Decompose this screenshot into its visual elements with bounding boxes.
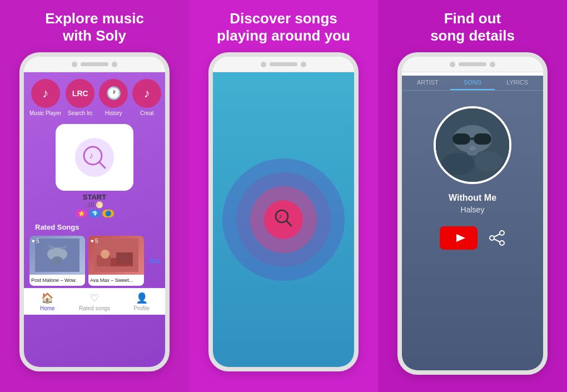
history-label: History	[105, 110, 122, 116]
phone-2: ♪	[208, 52, 359, 371]
search-magnifier-icon: ♪	[75, 138, 114, 177]
nav-home-label: Home	[40, 305, 55, 311]
screen2: ♪	[213, 72, 354, 367]
panel3-title: Find out song details	[430, 10, 515, 44]
svg-rect-20	[470, 137, 475, 140]
tab-lyrics[interactable]: LYRICS	[495, 76, 540, 90]
tab-artist[interactable]: ARTIST	[405, 76, 450, 90]
svg-text:♪: ♪	[278, 212, 282, 220]
panel2-title: Discover songs playing around you	[217, 10, 350, 44]
heart-icon: ♡	[90, 292, 99, 304]
svg-point-11	[101, 250, 110, 259]
camera-dot-2	[112, 62, 117, 67]
tabs-row: ARTIST SONG LYRICS	[402, 76, 543, 91]
album-art	[434, 106, 511, 184]
phone-1: ♪ Music Player LRC Search lrc 🕐 History …	[19, 52, 170, 371]
svg-point-23	[441, 153, 475, 175]
nav-rated-label: Rated songs	[79, 305, 110, 311]
badge-row: ⭐ 💎 🔵	[76, 210, 114, 217]
icon-history[interactable]: 🕐 History	[99, 79, 128, 116]
music-player-label: Music Player	[29, 110, 61, 116]
badge-diamond: 💎	[89, 210, 101, 217]
camera-dot	[72, 62, 77, 67]
nav-profile[interactable]: 👤 Profile	[118, 289, 165, 315]
svg-line-15	[286, 221, 291, 226]
speaker-bar-3	[459, 62, 486, 66]
svg-rect-19	[474, 133, 491, 145]
svg-point-28	[500, 241, 504, 245]
share-button[interactable]	[489, 226, 505, 250]
svg-line-2	[99, 162, 105, 168]
nav-profile-label: Profile	[134, 305, 150, 311]
icon-create[interactable]: ♪ Creat	[132, 79, 161, 116]
phone-top-1	[24, 57, 165, 72]
svg-text:♪: ♪	[89, 151, 93, 160]
camera-dot-4	[301, 62, 306, 67]
all-link[interactable]: ALL	[150, 257, 161, 264]
songs-row: ♥ 5 Post Malone – Wow.	[24, 234, 165, 288]
song-thumb-ava-max[interactable]: ♥ 5 Ava Max – Sweet...	[88, 236, 144, 286]
svg-point-27	[490, 236, 494, 240]
svg-point-21	[469, 146, 476, 151]
song-name: Without Me	[402, 193, 543, 203]
history-circle: 🕐	[99, 79, 128, 108]
svg-point-24	[475, 151, 503, 171]
profile-icon: 👤	[136, 292, 148, 304]
ava-max-illustration	[94, 239, 138, 272]
create-circle: ♪	[132, 79, 161, 108]
start-card[interactable]: ♪	[56, 124, 133, 191]
search-lrc-label: Search lrc	[68, 110, 93, 116]
speaker-bar	[81, 62, 108, 66]
song-thumb-post-malone[interactable]: ♥ 5 Post Malone – Wow.	[29, 236, 85, 286]
share-icon	[489, 230, 505, 246]
icon-search-lrc[interactable]: LRC Search lrc	[66, 79, 94, 116]
nav-rated[interactable]: ♡ Rated songs	[71, 289, 118, 315]
svg-point-26	[500, 231, 504, 235]
start-score: -10 🌕	[86, 201, 104, 209]
svg-point-22	[467, 150, 478, 156]
album-art-container	[402, 91, 543, 193]
post-malone-illustration	[35, 239, 79, 272]
camera-dot-3	[261, 62, 266, 67]
artist-name: Halsey	[402, 205, 543, 214]
panel-discover: Discover songs playing around you ♪	[189, 0, 378, 392]
speaker-bar-2	[270, 62, 297, 66]
ava-max-likes: ♥ 5	[91, 238, 98, 244]
create-label: Creat	[140, 110, 153, 116]
without-me-art-svg	[436, 108, 509, 182]
ava-max-title: Ava Max – Sweet...	[88, 275, 144, 286]
svg-line-29	[494, 234, 500, 237]
music-player-circle: ♪	[31, 79, 60, 108]
badge-circle: 🔵	[102, 210, 114, 217]
icons-row: ♪ Music Player LRC Search lrc 🕐 History …	[24, 72, 165, 116]
phone-3: ARTIST SONG LYRICS	[397, 52, 548, 375]
bottom-nav: 🏠 Home ♡ Rated songs 👤 Profile	[24, 288, 165, 315]
album-art-inner	[436, 108, 509, 182]
camera-dot-5	[450, 62, 455, 67]
tab-song[interactable]: SONG	[450, 76, 495, 90]
home-icon: 🏠	[41, 292, 53, 304]
youtube-icon	[450, 232, 467, 244]
panel1-title: Explore music with Soly	[45, 10, 144, 44]
badge-star: ⭐	[76, 210, 87, 217]
nav-home[interactable]: 🏠 Home	[24, 289, 71, 315]
rated-songs-label: Rated Songs	[29, 221, 165, 234]
action-row	[402, 226, 543, 261]
panel-song-details: Find out song details ARTIST SONG LYRICS	[378, 0, 567, 392]
icon-music-player[interactable]: ♪ Music Player	[29, 79, 61, 116]
post-malone-title: Post Malone – Wow.	[29, 275, 85, 286]
start-label: START	[83, 193, 106, 201]
search-music-svg: ♪	[81, 143, 108, 171]
panel-explore: Explore music with Soly ♪ Music Player L…	[0, 0, 189, 392]
pulse-animation: ♪	[217, 108, 350, 331]
youtube-button[interactable]	[440, 226, 478, 250]
screen3: ARTIST SONG LYRICS	[402, 76, 543, 370]
svg-rect-12	[116, 252, 133, 264]
svg-point-7	[52, 256, 63, 265]
phone-top-2	[213, 57, 354, 72]
svg-rect-18	[452, 133, 470, 145]
svg-marker-25	[456, 234, 465, 242]
screen1: ♪ Music Player LRC Search lrc 🕐 History …	[24, 72, 165, 367]
phone-top-3	[402, 57, 543, 72]
search-center-icon: ♪	[273, 208, 294, 232]
